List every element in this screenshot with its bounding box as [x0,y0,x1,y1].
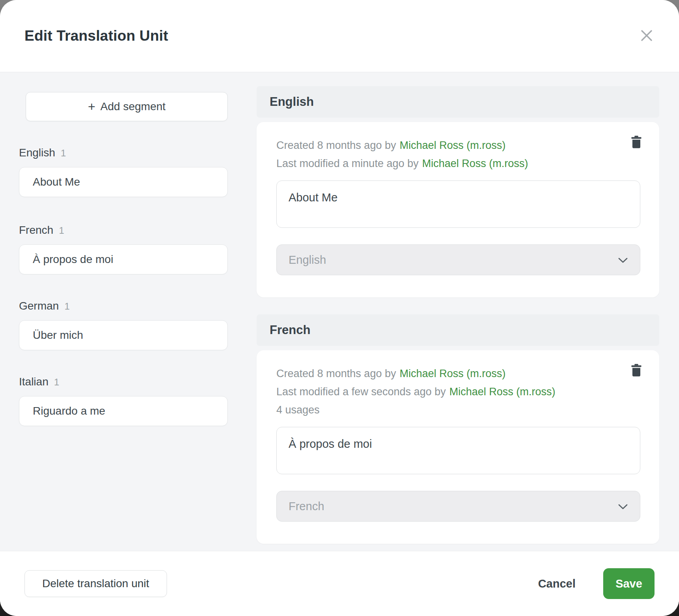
delete-segment-button[interactable] [628,364,645,381]
created-text: Created 8 months ago by [276,368,396,379]
trash-icon [631,135,642,150]
segment-count-badge: 1 [61,148,66,159]
dialog-header: Edit Translation Unit [0,0,679,72]
segment-card-french[interactable]: À propos de moi [19,244,228,274]
language-label-italian: Italian 1 [19,376,228,388]
modified-text: Last modified a few seconds ago by [276,386,446,398]
segment-card-italian[interactable]: Riguardo a me [19,396,228,426]
language-label-english: English 1 [19,146,228,159]
segment-editor-french: Created 8 months ago byMichael Ross (m.r… [257,350,659,544]
dialog-title: Edit Translation Unit [24,28,168,44]
language-label-german: German 1 [19,300,228,312]
add-segment-button[interactable]: + Add segment [26,92,228,121]
segment-card-english[interactable]: About Me [19,167,228,197]
created-meta: Created 8 months ago byMichael Ross (m.r… [276,364,640,383]
usages-count: 4 usages [276,401,640,419]
modified-meta: Last modified a minute ago byMichael Ros… [276,154,640,173]
modified-user-link[interactable]: Michael Ross (m.ross) [449,386,555,398]
segment-card-value: About Me [33,176,80,188]
language-label-french: French 1 [19,224,228,237]
plus-icon: + [88,100,96,113]
language-name: Italian [19,376,49,388]
created-user-link[interactable]: Michael Ross (m.ross) [400,139,506,151]
language-name: German [19,300,59,312]
dialog-body: + Add segment English 1 About Me French … [0,72,679,551]
close-icon [640,28,654,44]
cancel-button[interactable]: Cancel [533,573,581,594]
dialog-footer: Delete translation unit Cancel Save [0,551,679,616]
segment-card-value: Riguardo a me [33,405,105,417]
save-button[interactable]: Save [603,568,655,599]
created-user-link[interactable]: Michael Ross (m.ross) [400,368,506,379]
section-header-french: French [257,314,659,346]
section-header-english: English [257,86,659,118]
language-select[interactable]: French [276,491,640,522]
add-segment-label: Add segment [100,100,165,113]
modified-meta: Last modified a few seconds ago byMichae… [276,383,640,401]
language-name: French [19,224,53,237]
edit-translation-unit-dialog: Edit Translation Unit + Add segment Engl… [0,0,679,616]
delete-segment-button[interactable] [628,135,645,153]
segment-editor-column: English Created 8 months ago byMichael R… [257,86,659,551]
language-select[interactable]: English [276,244,640,275]
segment-card-value: À propos de moi [33,253,113,266]
modified-user-link[interactable]: Michael Ross (m.ross) [422,158,528,169]
created-text: Created 8 months ago by [276,139,396,151]
created-meta: Created 8 months ago byMichael Ross (m.r… [276,136,640,154]
segment-count-badge: 1 [64,301,69,312]
segment-count-badge: 1 [59,225,64,236]
segment-list-sidebar: + Add segment English 1 About Me French … [19,86,228,551]
segment-editor-english: Created 8 months ago byMichael Ross (m.r… [257,122,659,297]
segment-card-value: Über mich [33,329,83,342]
segment-count-badge: 1 [54,377,59,388]
chevron-down-icon [618,500,628,513]
language-select-value: English [289,254,326,267]
close-button[interactable] [637,26,656,45]
modified-text: Last modified a minute ago by [276,158,418,169]
chevron-down-icon [618,254,628,267]
delete-translation-unit-button[interactable]: Delete translation unit [24,570,167,597]
language-select-value: French [289,500,324,513]
segment-value-input[interactable]: À propos de moi [276,427,640,474]
segment-card-german[interactable]: Über mich [19,320,228,350]
trash-icon [631,364,642,378]
language-name: English [19,146,55,159]
segment-value-input[interactable]: About Me [276,180,640,228]
